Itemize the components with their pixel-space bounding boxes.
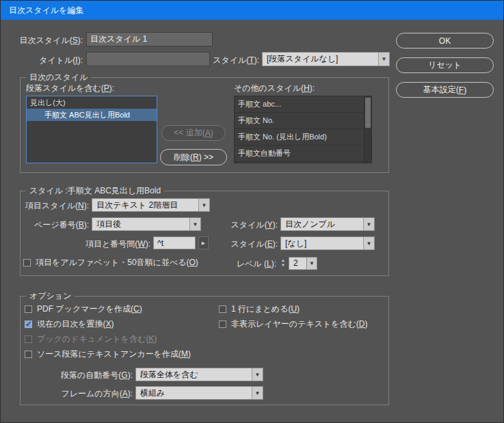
scrollbar[interactable]	[364, 96, 371, 163]
separator-style-label: スタイル(E):	[223, 239, 278, 249]
checkbox-label: 現在の目次を置換(X)	[37, 318, 114, 330]
ok-button[interactable]: OK	[396, 33, 494, 49]
separator-style-select[interactable]: [なし] ▼	[280, 236, 375, 250]
checkbox-box	[219, 320, 226, 328]
page-number-select[interactable]: 項目後 ▼	[92, 217, 201, 231]
include-book-documents-checkbox: ブックのドキュメントを含む(K)	[25, 333, 157, 345]
replace-existing-toc-checkbox[interactable]: 現在の目次を置換(X)	[25, 318, 114, 330]
toc-style-name-input[interactable]: 目次スタイル 1	[86, 32, 213, 46]
frame-direction-select[interactable]: 横組み ▼	[135, 386, 263, 400]
title-style-label: スタイル(T):	[204, 55, 259, 66]
chevron-down-icon: ▼	[378, 53, 389, 66]
add-style-button[interactable]: << 追加(A)	[161, 125, 226, 141]
scrollbar-thumb[interactable]	[365, 98, 371, 128]
title-style-value: [段落スタイルなし]	[263, 53, 378, 66]
other-styles-list[interactable]: 手順文 abc... 手順文 No. 手順文 No. (見出し用Bold) 手順…	[234, 96, 372, 163]
toc-style-name-label: 目次スタイル(S):	[6, 36, 83, 46]
reset-button[interactable]: リセット	[396, 57, 494, 73]
chevron-down-icon: ▼	[252, 387, 263, 399]
separator-input[interactable]: ^t	[153, 236, 196, 249]
checkbox-box	[219, 305, 226, 313]
chevron-down-icon: ▼	[363, 218, 374, 230]
numbered-paragraphs-label: 段落の自動番号(G):	[34, 370, 133, 381]
entry-style-label: 項目スタイル(N):	[21, 201, 89, 211]
checkbox-label: PDF ブックマークを作成(C)	[37, 303, 142, 315]
entry-style-value: 目次テキスト 2階層目	[92, 199, 198, 211]
sort-alphabetical-checkbox[interactable]: 項目をアルファベット・50音順に並べる(O)	[23, 257, 198, 269]
level-value[interactable]: 2	[289, 257, 307, 270]
dialog-title: 目次スタイルを編集	[9, 5, 83, 16]
checkbox-label: 1 行にまとめる(U)	[231, 303, 300, 315]
page-number-label: ページ番号(B):	[21, 220, 89, 230]
page-style-value: 目次ノンブル	[281, 218, 363, 230]
checkbox-label: ブックのドキュメントを含む(K)	[37, 333, 157, 345]
checkbox-box	[25, 305, 32, 313]
include-styles-label: 段落スタイルを含む(P):	[26, 83, 114, 94]
page-style-select[interactable]: 目次ノンブル ▼	[280, 217, 375, 231]
separator-style-value: [なし]	[281, 237, 363, 249]
checkbox-box	[25, 336, 32, 343]
special-character-menu-button[interactable]: ▶	[198, 236, 209, 249]
title-style-select[interactable]: [段落スタイルなし] ▼	[262, 52, 390, 66]
title-input[interactable]	[86, 52, 210, 66]
frame-direction-label: フレームの方向(A):	[34, 389, 133, 399]
edit-toc-style-dialog: 目次スタイルを編集 目次スタイル(S): 目次スタイル 1 タイトル(I): ス…	[0, 0, 504, 423]
checkbox-label: 非表示レイヤーのテキストを含む(D)	[231, 318, 367, 330]
chevron-down-icon: ▼	[252, 368, 263, 381]
numbered-paragraphs-value: 段落全体を含む	[136, 368, 252, 381]
list-item[interactable]: 手順文 abc...	[235, 96, 371, 113]
include-hidden-layers-checkbox[interactable]: 非表示レイヤーのテキストを含む(D)	[219, 318, 367, 330]
list-item[interactable]: 見出し(大)	[27, 96, 157, 109]
style-settings-group: スタイル :手順文 ABC見出し用Bold 項目スタイル(N): 目次テキスト …	[20, 191, 389, 276]
entry-style-select[interactable]: 目次テキスト 2階層目 ▼	[92, 198, 210, 212]
level-stepper[interactable]: ▲▼ 2 ▼	[279, 256, 317, 270]
chevron-down-icon[interactable]: ▼	[307, 257, 317, 270]
checkbox-label: ソース段落にテキストアンカーを作成(M)	[37, 349, 191, 360]
other-styles-label: その他のスタイル(H):	[234, 83, 315, 94]
options-group-legend: オプション	[26, 291, 75, 301]
nudge-arrows-icon[interactable]: ▲▼	[279, 258, 287, 268]
separator-label: 項目と番号間(W):	[21, 239, 150, 249]
list-item[interactable]: 手順文 No.	[235, 113, 371, 129]
list-item[interactable]: 手順文 No. (見出し用Bold)	[235, 129, 371, 146]
triangle-right-icon: ▶	[202, 241, 205, 246]
checkbox-box	[25, 320, 32, 328]
style-settings-group-legend: スタイル :手順文 ABC見出し用Bold	[26, 186, 164, 196]
create-text-anchor-checkbox[interactable]: ソース段落にテキストアンカーを作成(M)	[25, 349, 191, 360]
page-style-label: スタイル(Y):	[223, 220, 278, 230]
checkbox-box	[23, 259, 31, 267]
pdf-bookmarks-checkbox[interactable]: PDF ブックマークを作成(C)	[25, 303, 142, 315]
list-item[interactable]: 手順文 ABC見出し用Bold	[27, 109, 157, 121]
page-number-value: 項目後	[92, 218, 189, 230]
title-label: タイトル(I):	[6, 55, 83, 66]
numbered-paragraphs-select[interactable]: 段落全体を含む ▼	[135, 368, 263, 381]
toc-styles-group-legend: 目次のスタイル	[26, 72, 91, 83]
chevron-down-icon: ▼	[198, 199, 209, 211]
frame-direction-value: 横組み	[136, 387, 252, 399]
options-group: オプション PDF ブックマークを作成(C) 1 行にまとめる(U) 現在の目次…	[20, 296, 389, 405]
toc-styles-group: 目次のスタイル 段落スタイルを含む(P): 見出し(大) 手順文 ABC見出し用…	[20, 77, 389, 173]
remove-style-button[interactable]: 削除(R) >>	[160, 149, 227, 165]
include-styles-list[interactable]: 見出し(大) 手順文 ABC見出し用Bold	[26, 96, 157, 163]
list-item[interactable]: 手順文自動番号	[235, 146, 371, 162]
chevron-down-icon: ▼	[189, 218, 200, 230]
level-label: レベル (L):	[223, 259, 276, 269]
checkbox-label: 項目をアルファベット・50音順に並べる(O)	[36, 257, 198, 269]
dialog-titlebar[interactable]: 目次スタイルを編集	[1, 1, 503, 20]
basic-settings-button[interactable]: 基本設定(F)	[396, 82, 494, 98]
chevron-down-icon: ▼	[363, 237, 374, 249]
checkbox-box	[25, 351, 32, 358]
run-in-checkbox[interactable]: 1 行にまとめる(U)	[219, 303, 300, 315]
